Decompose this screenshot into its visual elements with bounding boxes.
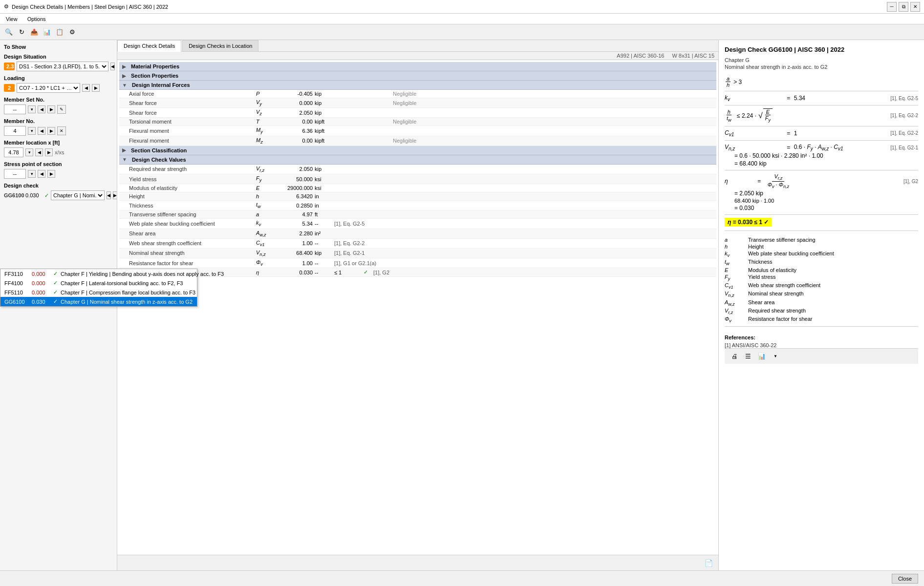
member-loc-next[interactable]: ▶ (45, 148, 53, 156)
toolbar-export3[interactable]: 📋 (54, 26, 65, 38)
member-set-next[interactable]: ▶ (47, 105, 55, 113)
row-nominal-shear: Nominal shear strength Vn,z 68.400 kip [… (119, 249, 716, 258)
expand-classification[interactable]: ▶ (122, 147, 126, 153)
vnz-calc2: = 68.400 kip (725, 160, 918, 167)
tab-design-checks-location[interactable]: Design Checks in Location (182, 40, 258, 51)
shear-area-unit: in² (315, 230, 334, 236)
right-btn-2[interactable]: ☰ (742, 351, 754, 362)
dc-item-ff3110[interactable]: FF3110 0.000 ✓ Chapter F | Yielding | Be… (0, 269, 117, 278)
menu-options[interactable]: Options (25, 15, 48, 23)
dc-item-ff4100[interactable]: FF4100 0.000 ✓ Chapter F | Lateral-torsi… (0, 278, 117, 288)
dc-dropdown[interactable]: FF3110 0.000 ✓ Chapter F | Yielding | Be… (0, 269, 117, 307)
close-window-button[interactable]: ✕ (910, 2, 920, 12)
shear-vy-value: 0.000 (276, 100, 315, 106)
right-panel-title: Design Check GG6100 | AISC 360 | 2022 (725, 46, 918, 53)
member-loc-prev[interactable]: ◀ (35, 148, 43, 156)
right-btn-1[interactable]: 🖨 (729, 351, 740, 362)
tab-bar: Design Check Details Design Checks in Lo… (117, 40, 718, 52)
stress-point-next[interactable]: ▶ (47, 170, 55, 178)
member-loc-input[interactable] (4, 147, 23, 157)
stress-point-input[interactable] (4, 169, 26, 179)
member-set-input[interactable] (4, 105, 26, 114)
toolbar-export2[interactable]: 📊 (41, 26, 53, 38)
expand-section-props[interactable]: ▶ (122, 73, 126, 79)
nominal-shear-label: Nominal shear strength (129, 250, 256, 256)
legend-a: a Transverse stiffener spacing (725, 237, 918, 243)
row-kv: Web plate shear buckling coefficient kv … (119, 219, 716, 229)
stress-point-prev[interactable]: ◀ (38, 170, 45, 178)
legend-sym-E: E (725, 267, 744, 273)
member-set-action[interactable]: ✎ (57, 105, 66, 114)
legend-Awz: Aw,z Shear area (725, 299, 918, 307)
right-chapter: Chapter G (725, 57, 918, 63)
member-loc-label: Member location x [ft] (4, 140, 113, 146)
eta-result: η = 0.030 ≤ 1 ✓ (725, 218, 772, 227)
member-set-prev[interactable]: ◀ (38, 105, 45, 113)
htw-lte: ≤ 2.24 · (735, 112, 756, 119)
dc-item-val: 0.000 (32, 290, 50, 295)
dc-item-gg6100[interactable]: GG6100 0.030 ✓ Chapter G | Nominal shear… (0, 297, 117, 306)
dc-item-val: 0.030 (32, 299, 50, 305)
member-no-input[interactable] (4, 126, 26, 136)
toolbar-export1[interactable]: 📤 (28, 26, 40, 38)
center-export-btn[interactable]: 📄 (703, 557, 714, 569)
shear-area-value: 2.280 (276, 230, 315, 236)
dc-next[interactable]: ▶ (113, 191, 117, 199)
flex-mz-value: 0.00 (276, 138, 315, 144)
expand-material[interactable]: ▶ (122, 64, 126, 69)
legend-Vrz: Vr,z Required shear strength (725, 308, 918, 315)
ds-prev[interactable]: ◀ (110, 63, 115, 70)
right-btn-3[interactable]: 📊 (756, 351, 768, 362)
member-loc-nav1[interactable]: ▾ (25, 148, 33, 156)
minimize-button[interactable]: ─ (887, 2, 897, 12)
dc-item-desc: Chapter G | Nominal shear strength in z-… (61, 299, 117, 305)
expand-dc-values[interactable]: ▼ (122, 157, 127, 162)
row-flex-my: Flexural moment My 6.36 kipft (119, 126, 716, 136)
eta-unit: -- (315, 270, 334, 275)
menu-view[interactable]: View (4, 15, 20, 23)
member-no-next[interactable]: ▶ (47, 127, 55, 135)
dc-item-id: GG6100 (4, 299, 29, 305)
close-button[interactable]: Close (892, 574, 918, 584)
legend-desc-Fy: Yield stress (748, 274, 918, 281)
ds-select[interactable]: DS1 - Section 2.3 (LRFD), 1. to 5. (17, 62, 108, 71)
legend-sym-Awz: Aw,z (725, 299, 744, 307)
tab-design-check-details[interactable]: Design Check Details (117, 40, 181, 52)
thickness-label: Thickness (129, 203, 256, 209)
member-no-action[interactable]: ✕ (57, 126, 66, 135)
stiffener-spacing-value: 4.97 (276, 211, 315, 217)
shear-vy-symbol: Vy (256, 99, 276, 106)
cv1-unit: -- (315, 240, 334, 246)
member-set-row: ▾ ◀ ▶ ✎ (4, 105, 113, 114)
loading-select[interactable]: CO7 - 1.20 * LC1 + 1.60 * LC3 + ... (17, 83, 80, 93)
shear-vy-unit: kip (315, 100, 334, 106)
dc-prev[interactable]: ◀ (107, 191, 111, 199)
stiffener-spacing-label: Transverse stiffener spacing (129, 211, 256, 217)
member-set-nav1[interactable]: ▾ (28, 105, 36, 113)
member-no-nav1[interactable]: ▾ (28, 127, 36, 135)
axial-value: -0.405 (276, 91, 315, 97)
resistance-factor-value: 1.00 (276, 260, 315, 266)
yield-stress-unit: ksi (315, 176, 334, 182)
legend-desc-Vnz: Nominal shear strength (748, 291, 918, 298)
stress-point-nav1[interactable]: ▾ (28, 170, 36, 178)
toolbar-search[interactable]: 🔍 (3, 26, 15, 38)
flex-my-label: Flexural moment (129, 128, 256, 134)
flex-my-symbol: My (256, 127, 276, 134)
toolbar-refresh[interactable]: ↻ (16, 26, 27, 38)
loading-prev[interactable]: ◀ (82, 84, 90, 92)
member-no-prev[interactable]: ◀ (38, 127, 45, 135)
yield-stress-symbol: Fy (256, 175, 276, 183)
dc-item-ff5110[interactable]: FF5110 0.000 ✓ Chapter F | Compression f… (0, 288, 117, 297)
right-btn-print-dropdown[interactable]: ▼ (770, 351, 781, 362)
member-no-row: ▾ ◀ ▶ ✕ (4, 126, 113, 136)
restore-button[interactable]: ⧉ (899, 2, 908, 12)
flex-mz-label: Flexural moment (129, 138, 256, 144)
toolbar-settings[interactable]: ⚙ (66, 26, 78, 38)
dc-desc-select[interactable]: Chapter G | Nomi... (51, 190, 105, 200)
member-set-label: Member Set No. (4, 97, 113, 103)
htw-frac: h tw (726, 109, 732, 123)
expand-internal-forces[interactable]: ▼ (122, 83, 127, 88)
loading-next[interactable]: ▶ (92, 84, 100, 92)
vnz-lhs: Vn,z (725, 144, 783, 151)
